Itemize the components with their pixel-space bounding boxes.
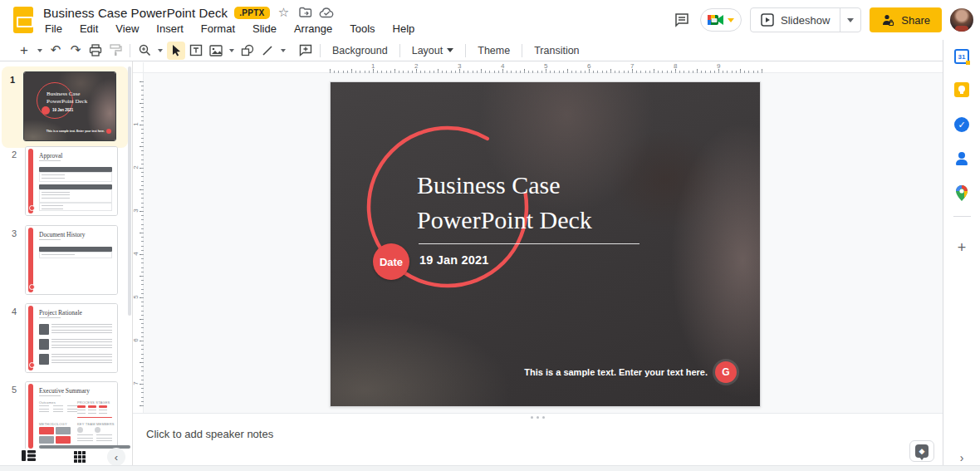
ruler-tick-label: 1 [133, 122, 140, 125]
share-button[interactable]: Share [870, 7, 942, 32]
insert-shape-button[interactable] [238, 42, 257, 60]
new-slide-dropdown[interactable] [35, 42, 45, 60]
slideshow-button[interactable]: Slideshow [751, 8, 840, 32]
mini-slide-title: Document History [39, 231, 86, 240]
title-underline [419, 243, 639, 244]
background-button[interactable]: Background [326, 42, 394, 59]
slide-number: 3 [3, 225, 25, 295]
slide-thumbnail-preview[interactable]: Approval [25, 146, 118, 216]
layout-button[interactable]: Layout [405, 42, 461, 59]
transition-button[interactable]: Transition [527, 42, 586, 59]
date-badge[interactable]: Date [373, 243, 409, 280]
title-row: Business Case PowerPoint Deck .PPTX ☆ [43, 3, 335, 22]
slide-thumbnail-preview[interactable]: Executive Summary Outcomes PROCESS STAGE… [25, 381, 118, 449]
keep-app-button[interactable] [953, 81, 970, 98]
redo-button[interactable]: ↷ [66, 42, 85, 60]
mini-section-team: KEY TEAM MEMBERS [77, 422, 115, 426]
ruler-tick-label: 4 [133, 252, 140, 255]
slide-thumbnail-preview[interactable]: Project Rationale [25, 303, 118, 373]
text-box-button[interactable] [187, 42, 205, 60]
menu-tools[interactable]: Tools [348, 22, 376, 36]
meet-icon [708, 13, 724, 27]
grid-view-icon[interactable] [74, 451, 86, 463]
insert-comment-button[interactable] [296, 42, 315, 60]
menu-edit[interactable]: Edit [78, 22, 100, 36]
ruler-tick-label: 5 [133, 295, 140, 298]
footer-sample-text[interactable]: This is a sample text. Enter your text h… [524, 367, 708, 377]
slide-number: 2 [3, 146, 25, 216]
ruler-tick-label: 1 [371, 62, 375, 70]
meet-caret-icon [728, 18, 734, 22]
tasks-app-button[interactable]: ✓ [953, 116, 970, 133]
slide-thumbnail-3[interactable]: 3 Document History [3, 225, 126, 295]
hide-side-panel-button[interactable]: › [960, 451, 964, 464]
ruler-tick-label: 4 [501, 62, 504, 70]
slide-thumbnail-4[interactable]: 4 Project Rationale [3, 303, 126, 373]
ruler-tick-label: 7 [133, 381, 140, 385]
slide-thumbnail-5[interactable]: 5 Executive Summary Outcomes PROCESS STA… [3, 381, 126, 449]
ruler-tick-label: 3 [458, 62, 461, 70]
slide-title-text[interactable]: Business Case PowerPoint Deck [417, 168, 592, 238]
slide-thumbnail-1[interactable]: 1 Business CasePowerPoint Deck 19 Jan 20… [2, 66, 128, 148]
date-value-text[interactable]: 19 Jan 2021 [419, 253, 489, 267]
side-panel: 31 ✓ + › [943, 40, 980, 465]
mini-slide3-bg: Document History [26, 226, 117, 294]
ruler-tick-label: 2 [414, 62, 418, 70]
insert-line-dropdown[interactable] [278, 42, 288, 60]
maps-icon [956, 185, 968, 201]
menu-view[interactable]: View [114, 22, 140, 36]
maps-app-button[interactable] [953, 184, 970, 201]
slide-editor[interactable]: Business Case PowerPoint Deck Date 19 Ja… [330, 81, 761, 407]
theme-button[interactable]: Theme [471, 42, 517, 59]
slide-thumbnail-preview[interactable]: Document History [25, 225, 118, 295]
mini-slide-title: Project Rationale [39, 309, 82, 318]
document-title[interactable]: Business Case PowerPoint Deck [43, 6, 228, 20]
insert-line-button[interactable] [258, 42, 277, 60]
insert-image-button[interactable] [207, 42, 225, 60]
explore-button[interactable]: ◆ [909, 440, 934, 462]
paint-format-button[interactable] [106, 42, 125, 60]
view-switch-bar: ‹ [0, 449, 133, 465]
header-actions: Slideshow Share [672, 5, 973, 35]
calendar-app-button[interactable]: 31 [953, 48, 970, 65]
speaker-notes-panel[interactable]: Click to add speaker notes ◆ [133, 421, 943, 465]
new-slide-button[interactable]: + [15, 42, 33, 60]
footer-g-badge[interactable]: G [715, 361, 737, 383]
menu-help[interactable]: Help [391, 22, 417, 36]
mini-title: Business CasePowerPoint Deck [47, 91, 87, 105]
menu-slide[interactable]: Slide [251, 22, 278, 36]
filmstrip-vertical-scrollbar[interactable] [128, 66, 131, 316]
zoom-button[interactable] [135, 42, 154, 60]
slide-canvas-area: 123456789 1234567 Business Case PowerPoi… [133, 62, 943, 413]
meet-button[interactable] [700, 8, 742, 32]
notes-resize-handle[interactable] [133, 413, 943, 421]
star-icon[interactable]: ☆ [277, 5, 292, 20]
slide-footer[interactable]: This is a sample text. Enter your text h… [524, 361, 737, 383]
filmstrip-view-icon[interactable] [22, 449, 36, 464]
collapse-filmstrip-button[interactable]: ‹ [107, 448, 125, 466]
toolbar: + ↶ ↷ [0, 40, 943, 61]
slide-number: 1 [2, 71, 23, 141]
menu-format[interactable]: Format [199, 22, 237, 36]
move-folder-icon[interactable] [298, 5, 313, 20]
contacts-app-button[interactable] [953, 150, 970, 167]
select-tool-button[interactable] [167, 42, 185, 60]
slides-logo-icon[interactable] [13, 7, 33, 33]
menu-file[interactable]: File [43, 22, 64, 36]
slideshow-dropdown[interactable] [840, 8, 860, 32]
account-avatar[interactable] [950, 8, 973, 32]
speaker-notes-placeholder[interactable]: Click to add speaker notes [146, 428, 273, 440]
zoom-dropdown[interactable] [155, 42, 165, 60]
cloud-saved-icon[interactable] [320, 5, 335, 20]
slide-thumbnail-preview[interactable]: Business CasePowerPoint Deck 19 Jan 2021… [23, 71, 116, 141]
print-button[interactable] [86, 42, 105, 60]
comment-history-icon[interactable] [672, 10, 692, 30]
undo-button[interactable]: ↶ [47, 42, 65, 60]
get-addons-button[interactable]: + [953, 239, 970, 256]
slide-thumbnail-2[interactable]: 2 Approval [3, 146, 126, 216]
horizontal-ruler: 123456789 [133, 62, 943, 73]
insert-image-dropdown[interactable] [227, 42, 237, 60]
menu-arrange[interactable]: Arrange [292, 22, 334, 36]
menu-insert[interactable]: Insert [154, 22, 185, 36]
mini-slide2-bg: Approval [26, 147, 117, 215]
